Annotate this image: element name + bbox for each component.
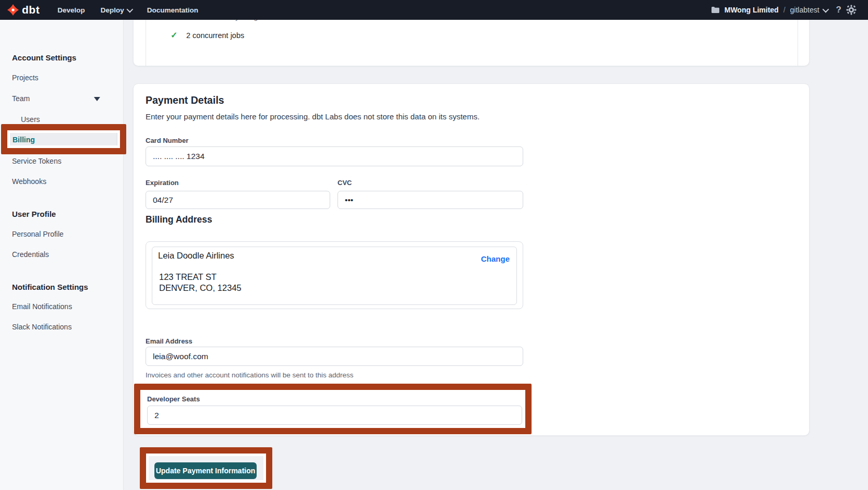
sidebar-item-users[interactable]: Users xyxy=(21,115,40,124)
nav-item-deploy[interactable]: Deploy xyxy=(101,6,131,14)
seat-usage-note: You are currently using 1 seat xyxy=(186,20,280,21)
team-collapse-caret-icon[interactable] xyxy=(94,97,100,101)
expiration-input[interactable] xyxy=(146,191,330,209)
change-address-link[interactable]: Change xyxy=(481,254,510,263)
settings-sidebar: Account Settings Projects Team Users Bil… xyxy=(0,20,124,490)
sidebar-heading-notification-settings: Notification Settings xyxy=(12,283,88,291)
email-address-label: Email Address xyxy=(146,337,192,345)
concurrent-jobs-text: 2 concurrent jobs xyxy=(186,31,244,40)
update-payment-button[interactable]: Update Payment Information xyxy=(154,462,257,479)
expiration-label: Expiration xyxy=(146,179,179,187)
card-number-input[interactable] xyxy=(146,146,523,166)
sidebar-item-personal-profile[interactable]: Personal Profile xyxy=(12,230,64,238)
payment-details-title: Payment Details xyxy=(146,94,224,106)
dbt-logo[interactable]: dbt xyxy=(7,4,40,16)
chevron-down-icon xyxy=(822,6,829,13)
billing-address-city: DENVER, CO, 12345 xyxy=(159,283,242,293)
navbar-account-area: MWong Limited / gitlabtest ? xyxy=(711,5,857,15)
developer-seats-input[interactable] xyxy=(147,406,522,425)
sidebar-heading-account-settings: Account Settings xyxy=(12,53,76,62)
project-name: gitlabtest xyxy=(790,6,819,14)
top-navbar: dbt Develop Deploy Documentation MWong L… xyxy=(0,0,868,20)
folder-icon xyxy=(711,6,720,14)
cvc-label: CVC xyxy=(337,179,352,187)
billing-address-title: Billing Address xyxy=(146,214,212,225)
sidebar-item-slack-notifications[interactable]: Slack Notifications xyxy=(12,323,71,331)
sidebar-item-billing[interactable]: Billing xyxy=(8,132,117,148)
nav-item-documentation[interactable]: Documentation xyxy=(147,6,198,14)
account-name[interactable]: MWong Limited xyxy=(725,6,779,14)
sidebar-item-projects[interactable]: Projects xyxy=(12,74,39,82)
gear-icon[interactable] xyxy=(846,5,857,15)
sidebar-item-billing-label: Billing xyxy=(13,136,35,144)
sidebar-heading-user-profile: User Profile xyxy=(12,210,56,218)
payment-details-description: Enter your payment details here for proc… xyxy=(146,112,479,121)
sidebar-item-webhooks[interactable]: Webhooks xyxy=(12,177,46,186)
card-number-label: Card Number xyxy=(146,137,188,144)
billing-address-name: Leia Doodle Airlines xyxy=(158,251,234,261)
billing-address-inner-box: Leia Doodle Airlines Change 123 TREAT ST… xyxy=(152,247,517,305)
sidebar-item-email-notifications[interactable]: Email Notifications xyxy=(12,302,72,311)
plan-usage-card: You are currently using 1 seat ✓ 2 concu… xyxy=(133,20,810,66)
brand-text: dbt xyxy=(22,4,40,16)
email-address-input[interactable] xyxy=(146,347,523,366)
project-selector[interactable]: gitlabtest xyxy=(790,6,827,14)
help-icon[interactable]: ? xyxy=(836,5,841,15)
check-icon: ✓ xyxy=(171,30,177,40)
cvc-input[interactable] xyxy=(337,191,523,209)
nav-item-develop[interactable]: Develop xyxy=(57,6,85,14)
payment-details-card: Payment Details Enter your payment detai… xyxy=(133,83,810,436)
nav-item-deploy-label: Deploy xyxy=(101,6,124,14)
billing-address-box: Leia Doodle Airlines Change 123 TREAT ST… xyxy=(146,241,523,309)
developer-seats-label: Developer Seats xyxy=(147,395,200,403)
email-helper-text: Invoices and other account notifications… xyxy=(146,371,353,379)
sidebar-item-credentials[interactable]: Credentials xyxy=(12,250,49,259)
chevron-down-icon xyxy=(126,6,133,13)
billing-address-street: 123 TREAT ST xyxy=(159,272,216,282)
plan-usage-box: You are currently using 1 seat ✓ 2 concu… xyxy=(146,20,798,66)
sidebar-item-service-tokens[interactable]: Service Tokens xyxy=(12,157,62,165)
sidebar-item-team[interactable]: Team xyxy=(12,94,30,103)
breadcrumb-separator: / xyxy=(783,6,786,14)
dbt-logo-icon xyxy=(7,4,19,16)
